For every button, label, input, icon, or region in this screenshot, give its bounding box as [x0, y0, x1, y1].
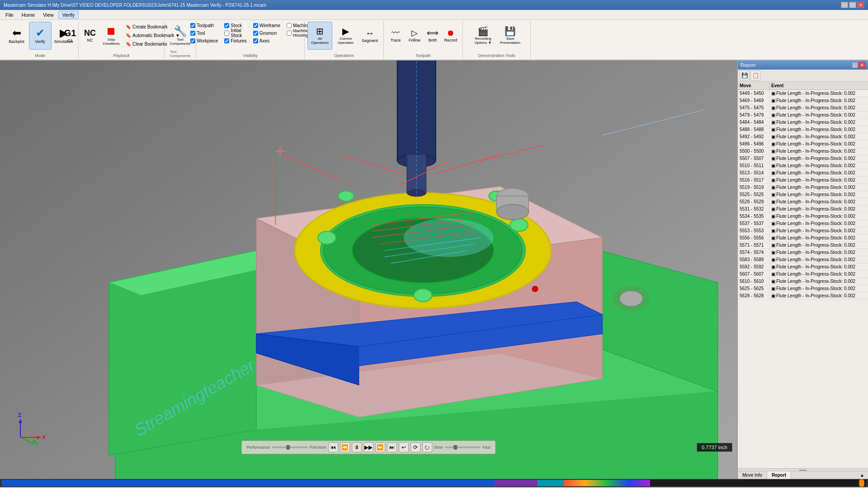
workpiece-checkbox[interactable]: Workpiece — [189, 37, 219, 44]
all-operations-button[interactable]: ⊞ AllOperations — [307, 22, 332, 50]
current-operation-button[interactable]: ▶ CurrentOperation — [333, 22, 358, 50]
event-icon: ▣ — [771, 214, 775, 219]
close-button[interactable]: ✕ — [857, 2, 864, 8]
report-row[interactable]: 5610 - 5610 ▣Flute Length - In-Progress-… — [738, 278, 868, 285]
report-row[interactable]: 5496 - 5496 ▣Flute Length - In-Progress-… — [738, 141, 868, 148]
follow-button[interactable]: ▷ Follow — [406, 22, 424, 50]
nc-button[interactable]: NC NC — [81, 22, 99, 50]
fixtures-check[interactable] — [224, 38, 229, 43]
menu-item-view[interactable]: View — [39, 11, 57, 19]
event-cell: ▣Flute Length - In-Progress-Stock: 0.002 — [769, 148, 868, 155]
skip-end-button[interactable]: ⏭ — [387, 442, 397, 452]
initial-stock-checkbox[interactable]: Initial Stock — [223, 29, 248, 37]
step-back-button[interactable]: ⏪ — [340, 442, 350, 452]
step-forward-button[interactable]: ▶▶ — [363, 442, 373, 452]
skip-start-button[interactable]: ⏮ — [328, 442, 338, 452]
next-button[interactable]: ⭮ — [422, 442, 432, 452]
report-row[interactable]: 5592 - 5592 ▣Flute Length - In-Progress-… — [738, 263, 868, 271]
report-row[interactable]: 5479 - 5479 ▣Flute Length - In-Progress-… — [738, 112, 868, 119]
event-cell: ▣Flute Length - In-Progress-Stock: 0.002 — [769, 191, 868, 198]
report-row[interactable]: 5449 - 5450 ▣Flute Length - In-Progress-… — [738, 90, 868, 97]
axes-checkbox[interactable]: Axes — [252, 37, 281, 44]
menu-item-home[interactable]: Home — [18, 11, 38, 19]
save-presentation-button[interactable]: 💾 SavePresentation — [497, 22, 524, 50]
gnomon-check[interactable] — [253, 31, 258, 36]
stock-check[interactable] — [224, 23, 229, 28]
3d-viewport[interactable]: Streamingteacher. Z X Y Performance P — [0, 61, 737, 479]
verify-button[interactable]: ✔ Verify — [29, 22, 52, 50]
progress-area[interactable] — [0, 479, 868, 487]
report-row[interactable]: 5556 - 5556 ▣Flute Length - In-Progress-… — [738, 235, 868, 242]
report-float-button[interactable]: ◱ — [852, 62, 858, 68]
machine-check[interactable] — [287, 23, 292, 28]
report-row[interactable]: 5507 - 5507 ▣Flute Length - In-Progress-… — [738, 155, 868, 162]
report-list[interactable]: 5449 - 5450 ▣Flute Length - In-Progress-… — [738, 90, 868, 468]
report-row[interactable]: 5553 - 5553 ▣Flute Length - In-Progress-… — [738, 227, 868, 235]
toolpath-check[interactable] — [190, 23, 195, 28]
report-tab[interactable]: Report — [767, 471, 791, 479]
both-button[interactable]: ⟺ Both — [425, 22, 441, 50]
menu-item-file[interactable]: File — [2, 11, 17, 19]
report-header: Report ◱ ✕ — [738, 61, 868, 70]
report-row[interactable]: 5475 - 5475 ▣Flute Length - In-Progress-… — [738, 104, 868, 112]
report-row[interactable]: 5625 - 5625 ▣Flute Length - In-Progress-… — [738, 285, 868, 292]
report-row[interactable]: 5571 - 5571 ▣Flute Length - In-Progress-… — [738, 242, 868, 249]
move-info-tab[interactable]: Move Info — [738, 471, 767, 479]
workpiece-check[interactable] — [190, 38, 195, 43]
reset-button[interactable]: ↩ — [399, 442, 409, 452]
report-row[interactable]: 5519 - 5519 ▣Flute Length - In-Progress-… — [738, 184, 868, 191]
initial-stock-check[interactable] — [224, 31, 229, 36]
g1-icon: G1 — [64, 28, 76, 38]
svg-marker-57 — [19, 419, 22, 423]
report-row[interactable]: 5469 - 5469 ▣Flute Length - In-Progress-… — [738, 97, 868, 104]
report-row[interactable]: 5607 - 5607 ▣Flute Length - In-Progress-… — [738, 271, 868, 278]
report-row[interactable]: 5534 - 5535 ▣Flute Length - In-Progress-… — [738, 213, 868, 220]
g1-button[interactable]: G1 G1 — [61, 22, 80, 50]
report-row[interactable]: 5488 - 5488 ▣Flute Length - In-Progress-… — [738, 126, 868, 133]
toolpath-checkbox[interactable]: Toolpath — [189, 22, 219, 29]
speed-slider[interactable] — [444, 446, 481, 448]
menu-item-verify[interactable]: Verify — [58, 11, 79, 19]
report-row[interactable]: 5516 - 5517 ▣Flute Length - In-Progress-… — [738, 177, 868, 184]
wireframe-checkbox[interactable]: Wireframe — [252, 22, 281, 29]
report-row[interactable]: 5537 - 5537 ▣Flute Length - In-Progress-… — [738, 220, 868, 227]
backplot-button[interactable]: ⬅ Backplot — [5, 22, 28, 50]
trace-button[interactable]: 〰 Trace — [387, 22, 405, 50]
report-scroll-up[interactable]: ▲ — [858, 473, 866, 478]
machine-housing-check[interactable] — [287, 31, 292, 36]
report-row[interactable]: 5525 - 5525 ▣Flute Length - In-Progress-… — [738, 191, 868, 198]
performance-slider[interactable] — [272, 446, 308, 448]
fast-forward-button[interactable]: ⏩ — [375, 442, 385, 452]
record-button[interactable]: ⏺ Record — [442, 22, 460, 50]
recording-options-button[interactable]: 🎬 RecordingOptions ▼ — [470, 22, 496, 50]
pause-button[interactable]: ⏸ — [352, 442, 362, 452]
progress-thumb[interactable] — [859, 479, 864, 487]
minimize-button[interactable]: ─ — [841, 2, 848, 8]
report-row[interactable]: 5492 - 5492 ▣Flute Length - In-Progress-… — [738, 133, 868, 141]
3d-scene — [0, 61, 737, 479]
report-row[interactable]: 5531 - 5532 ▣Flute Length - In-Progress-… — [738, 206, 868, 213]
stop-conditions-button[interactable]: ⏹ Stop Conditions — [100, 22, 122, 50]
report-copy-button[interactable]: 📋 — [750, 70, 760, 80]
tool-checkbox[interactable]: Tool — [189, 29, 219, 37]
report-row[interactable]: 5484 - 5484 ▣Flute Length - In-Progress-… — [738, 119, 868, 126]
restore-button[interactable]: □ — [849, 2, 856, 8]
tool-check[interactable] — [190, 31, 195, 36]
report-close-button[interactable]: ✕ — [859, 62, 865, 68]
report-row[interactable]: 5513 - 5514 ▣Flute Length - In-Progress-… — [738, 169, 868, 177]
report-row[interactable]: 5528 - 5529 ▣Flute Length - In-Progress-… — [738, 198, 868, 206]
event-cell: ▣Flute Length - In-Progress-Stock: 0.002 — [769, 213, 868, 220]
report-row[interactable]: 5510 - 5511 ▣Flute Length - In-Progress-… — [738, 162, 868, 169]
axes-check[interactable] — [253, 38, 258, 43]
report-row[interactable]: 5628 - 5628 ▣Flute Length - In-Progress-… — [738, 292, 868, 300]
report-row[interactable]: 5500 - 5500 ▣Flute Length - In-Progress-… — [738, 148, 868, 155]
operations-label: Operations — [334, 53, 354, 58]
fixtures-checkbox[interactable]: Fixtures — [223, 37, 248, 44]
wireframe-check[interactable] — [253, 23, 258, 28]
gnomon-checkbox[interactable]: Gnomon — [252, 29, 281, 37]
segment-button[interactable]: ↔ Segment — [359, 22, 381, 50]
report-row[interactable]: 5583 - 5589 ▣Flute Length - In-Progress-… — [738, 256, 868, 263]
report-row[interactable]: 5574 - 5574 ▣Flute Length - In-Progress-… — [738, 249, 868, 256]
loop-button[interactable]: ⟳ — [410, 442, 420, 452]
report-save-button[interactable]: 💾 — [740, 70, 750, 80]
